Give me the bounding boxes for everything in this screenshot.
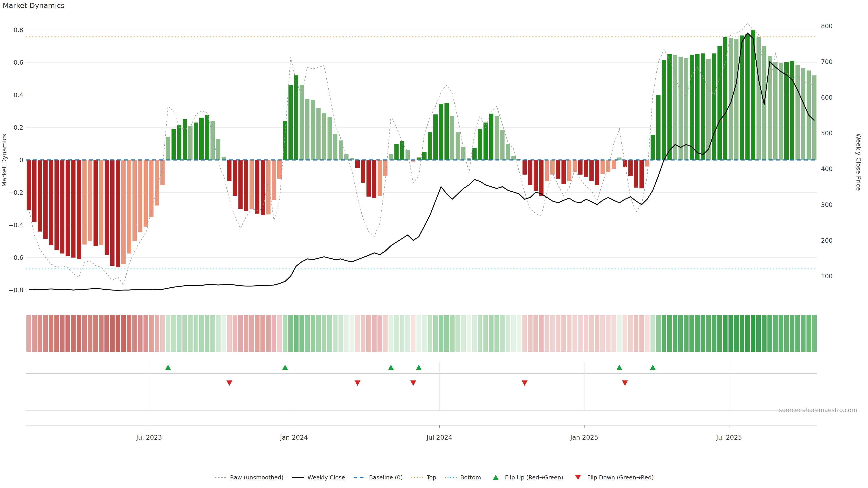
dynamics-bar xyxy=(183,119,187,160)
right-axis-tick: 100 xyxy=(821,273,833,280)
dynamics-bar xyxy=(645,160,649,166)
legend-swatch-icon xyxy=(291,474,305,481)
legend-label: Flip Down (Green→Red) xyxy=(587,474,654,481)
heatmap-cell xyxy=(528,315,532,352)
dynamics-bar xyxy=(450,116,454,160)
heatmap-cell xyxy=(773,315,778,352)
dynamics-bar xyxy=(589,160,594,181)
heatmap-cell xyxy=(54,315,59,352)
dynamics-bar xyxy=(444,103,449,160)
heatmap-cell xyxy=(812,315,817,352)
legend-label: Baseline (0) xyxy=(369,474,403,481)
legend-item-2: Baseline (0) xyxy=(353,474,403,481)
legend-item-6: Flip Down (Green→Red) xyxy=(571,474,654,481)
heatmap-cell xyxy=(734,315,739,352)
heatmap-cell xyxy=(294,315,299,352)
dynamics-bar xyxy=(288,85,293,160)
dynamics-bar xyxy=(99,160,103,246)
dynamics-bar xyxy=(38,160,42,232)
heatmap-cell xyxy=(612,315,616,352)
dynamics-bar xyxy=(216,139,220,160)
heatmap-cell xyxy=(389,315,393,352)
dynamics-bar xyxy=(578,160,583,175)
dynamics-bar xyxy=(294,75,298,160)
heatmap-cell xyxy=(478,315,483,352)
dynamics-bar xyxy=(121,160,126,264)
heatmap-cell xyxy=(60,315,65,352)
dynamics-bar xyxy=(60,160,64,254)
heatmap-cell xyxy=(405,315,410,352)
heatmap-cell xyxy=(260,315,265,352)
dynamics-bar xyxy=(344,154,348,160)
heatmap-cell xyxy=(149,315,154,352)
dynamics-bar xyxy=(405,150,410,160)
heatmap-cell xyxy=(193,315,198,352)
heatmap-cell xyxy=(801,315,806,352)
flip-down-markers xyxy=(226,381,628,386)
dynamics-bar xyxy=(160,160,164,185)
heatmap-cell xyxy=(684,315,688,352)
heatmap-cell xyxy=(578,315,583,352)
dynamics-bar xyxy=(138,160,143,232)
heatmap-cell xyxy=(350,315,354,352)
heatmap-cell xyxy=(522,315,527,352)
dynamics-bar xyxy=(790,61,794,160)
legend-label: Top xyxy=(427,474,436,481)
heatmap-cell xyxy=(244,315,248,352)
dynamics-bar xyxy=(339,140,343,160)
dynamics-bar xyxy=(628,160,633,176)
heatmap-cell xyxy=(366,315,371,352)
dynamics-bar xyxy=(355,160,360,168)
heatmap-cell xyxy=(539,315,544,352)
dynamics-bar xyxy=(662,60,666,160)
dynamics-bar xyxy=(238,160,243,209)
legend-item-1: Weekly Close xyxy=(291,474,345,481)
dynamics-bar xyxy=(756,37,761,160)
dynamics-bar xyxy=(71,160,75,258)
heatmap-cell xyxy=(99,315,103,352)
heatmap-cell xyxy=(305,315,310,352)
legend-swatch-icon xyxy=(444,474,458,481)
heatmap-cell xyxy=(467,315,471,352)
heatmap-cell xyxy=(93,315,98,352)
heatmap-cell xyxy=(572,315,577,352)
heatmap-cell xyxy=(472,315,477,352)
heatmap-cell xyxy=(49,315,54,352)
flip-up-icon xyxy=(650,365,656,370)
heatmap-cell xyxy=(171,315,176,352)
heatmap-cell xyxy=(606,315,611,352)
dynamics-bar xyxy=(567,160,571,181)
heatmap-cell xyxy=(288,315,293,352)
heatmap-cell xyxy=(338,315,343,352)
dynamics-bar xyxy=(27,160,31,210)
heatmap-cell xyxy=(489,315,494,352)
dynamics-bar xyxy=(144,160,148,227)
heatmap-cell xyxy=(790,315,795,352)
dynamics-bar xyxy=(395,144,399,160)
heatmap-cell xyxy=(37,315,42,352)
heatmap-cell xyxy=(584,315,588,352)
market-dynamics-chart: 0.80.60.40.20−0.2−0.4−0.6−0.880070060050… xyxy=(0,0,868,488)
dynamics-bar xyxy=(801,68,805,160)
dynamics-bar xyxy=(166,137,170,160)
legend-swatch-icon xyxy=(214,474,227,481)
dynamics-bar xyxy=(110,160,115,266)
heatmap-cell xyxy=(517,315,522,352)
legend-swatch-icon xyxy=(489,474,502,481)
dynamics-bar xyxy=(277,160,282,179)
left-axis-tick: 0.8 xyxy=(13,26,23,33)
dynamics-bar xyxy=(667,54,672,160)
heatmap-cell xyxy=(634,315,639,352)
heatmap-cell xyxy=(160,315,165,352)
dynamics-bar xyxy=(717,46,722,160)
heatmap-cell xyxy=(411,315,416,352)
dynamics-bar xyxy=(595,160,599,185)
heatmap-cell xyxy=(762,315,767,352)
dynamics-bar xyxy=(433,114,438,160)
heatmap-cell xyxy=(444,315,449,352)
heatmap-cell xyxy=(383,315,388,352)
heatmap-cell xyxy=(155,315,159,352)
heatmap-cell xyxy=(300,315,304,352)
heatmap-cell xyxy=(216,315,221,352)
flip-up-icon xyxy=(388,365,394,370)
